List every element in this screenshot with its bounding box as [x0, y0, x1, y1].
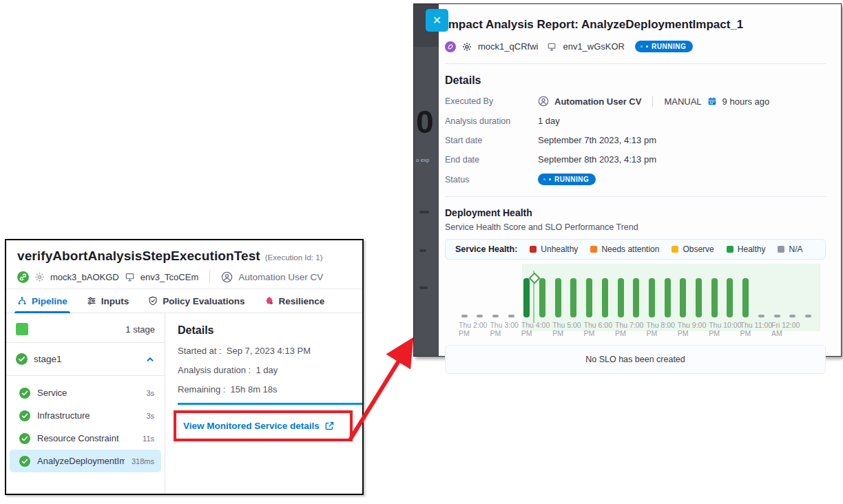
stage-list-panel: 1 stage stage1 Service3sInfrastructure3s…	[6, 313, 165, 494]
no-data-dash	[461, 315, 468, 317]
pipeline-icon	[17, 296, 27, 306]
close-icon: ✕	[433, 14, 441, 27]
gear-icon	[34, 272, 45, 282]
mock-service-name: mock1_qCRfwi	[478, 41, 538, 52]
step-row[interactable]: Infrastructure3s	[10, 404, 161, 427]
analysis-duration-line: Analysis duration : 1 day	[178, 365, 362, 375]
tab-label: Resilience	[279, 296, 325, 306]
x-tick-label: Fri 12:00AM	[771, 321, 814, 337]
background-page-fragment: o exp	[416, 157, 430, 163]
divider	[652, 96, 653, 107]
trigger-type: MANUAL	[664, 96, 701, 107]
legend-item: Needs attention	[590, 244, 659, 254]
health-score-bar	[727, 278, 733, 317]
tab-inputs[interactable]: Inputs	[87, 289, 129, 313]
executed-by-user: Automation User CV	[554, 96, 641, 107]
stage-count: 1 stage	[125, 324, 155, 335]
slo-note-text: No SLO has been created	[585, 355, 685, 364]
tab-resilience[interactable]: Resilience	[264, 289, 325, 313]
legend-label: Observe	[683, 244, 714, 254]
step-label: Resource Constraint	[37, 433, 136, 443]
step-label: Infrastructure	[37, 410, 139, 421]
user-icon	[221, 271, 233, 283]
no-data-dash	[758, 315, 764, 317]
health-score-bar	[649, 278, 655, 317]
step-duration: 3s	[146, 389, 154, 397]
health-score-bar	[602, 278, 608, 317]
close-button[interactable]: ✕	[426, 9, 448, 32]
running-dots-icon	[549, 178, 551, 180]
environment-name: env3_TcoCEm	[140, 272, 199, 282]
no-data-dash	[774, 315, 780, 317]
health-score-bar	[742, 278, 749, 317]
legend-label: N/A	[789, 244, 802, 254]
started-at-value: Sep 7, 2023 4:13 PM	[227, 346, 311, 356]
health-score-bar	[539, 278, 545, 317]
remaining-line: Remaining : 15h 8m 18s	[178, 384, 362, 395]
health-score-chart: Thu 2:00PMThu 3:00PMThu 4:00PMThu 5:00PM…	[445, 262, 826, 338]
report-title: Impact Analysis Report: AnalyzeDeploymen…	[445, 18, 826, 32]
check-circle-icon	[19, 410, 30, 421]
environment-icon	[125, 272, 135, 282]
remaining-value: 15h 8m 18s	[231, 384, 278, 395]
external-link-icon	[324, 421, 335, 431]
step-row[interactable]: Resource Constraint11s	[10, 427, 161, 450]
legend-item: N/A	[778, 244, 802, 254]
health-score-bar	[523, 278, 530, 317]
start-date-value: September 7th 2023, 4:13 pm	[538, 135, 656, 145]
service-health-legend: Service Health: UnhealthyNeeds attention…	[445, 239, 826, 260]
health-score-bar	[570, 278, 576, 317]
check-circle-icon	[16, 353, 28, 365]
health-score-bar	[696, 278, 702, 317]
health-score-bar	[711, 278, 718, 317]
no-data-dash	[477, 315, 483, 317]
tab-policy-evaluations[interactable]: Policy Evaluations	[148, 289, 244, 313]
check-circle-icon	[19, 388, 30, 399]
stage-row[interactable]: stage1	[6, 343, 165, 375]
health-score-bar	[680, 278, 686, 317]
chevron-up-icon[interactable]	[145, 355, 155, 364]
no-data-dash	[789, 315, 795, 317]
health-score-bar	[586, 278, 592, 317]
status-badge: RUNNING	[538, 174, 596, 185]
background-page-fragment	[419, 286, 428, 289]
view-monitored-service-link[interactable]: View Monitored Service details	[183, 421, 335, 431]
divider	[209, 271, 210, 283]
environment-name: env1_wGsKOR	[563, 41, 625, 52]
mock-service-name: mock3_bAOKGD	[50, 272, 119, 282]
legend-label: Unhealthy	[541, 244, 578, 254]
no-data-dash	[492, 315, 499, 317]
deployment-health-subtitle: Service Health Score and SLO Performance…	[445, 222, 826, 232]
started-at-line: Started at : Sep 7, 2023 4:13 PM	[178, 346, 362, 356]
end-date-row: End date September 8th 2023, 4:13 pm	[445, 154, 826, 165]
execution-title: verifyAbortAnalysisStepExecutionTest	[17, 249, 260, 264]
resilience-icon	[264, 296, 274, 306]
report-meta-row: mock1_qCRfwi env1_wGsKOR RUNNING	[445, 41, 826, 52]
legend-swatch	[672, 246, 678, 253]
health-score-bar	[618, 278, 624, 317]
divider	[445, 63, 826, 64]
legend-swatch	[727, 246, 733, 253]
legend-label: Healthy	[738, 244, 766, 254]
health-score-bar	[665, 278, 671, 317]
step-label: Service	[37, 388, 139, 398]
policy-icon	[148, 296, 158, 306]
check-circle-icon	[19, 433, 30, 444]
analysis-duration-row: Analysis duration 1 day	[445, 116, 826, 126]
step-row[interactable]: Service3s	[10, 381, 161, 404]
status-badge: RUNNING	[635, 41, 693, 52]
step-duration: 3s	[146, 412, 154, 420]
execution-header: verifyAbortAnalysisStepExecutionTest (Ex…	[6, 240, 362, 288]
dimmed-background-strip: 0 o exp	[414, 4, 439, 356]
running-dots-icon	[646, 45, 648, 48]
stage-name: stage1	[34, 354, 139, 364]
start-date-row: Start date September 7th 2023, 4:13 pm	[445, 135, 826, 145]
analysis-progress-bar	[178, 403, 362, 405]
inputs-icon	[87, 296, 96, 306]
analysis-duration-value: 1 day	[538, 116, 560, 126]
tab-pipeline[interactable]: Pipeline	[17, 289, 67, 313]
step-row[interactable]: AnalyzeDeploymentIm...318ms	[10, 450, 161, 472]
check-circle-icon	[19, 456, 30, 467]
divider	[445, 196, 826, 197]
impact-analysis-drawer: 0 o exp ✕ Impact Analysis Report: Analyz…	[413, 3, 842, 357]
